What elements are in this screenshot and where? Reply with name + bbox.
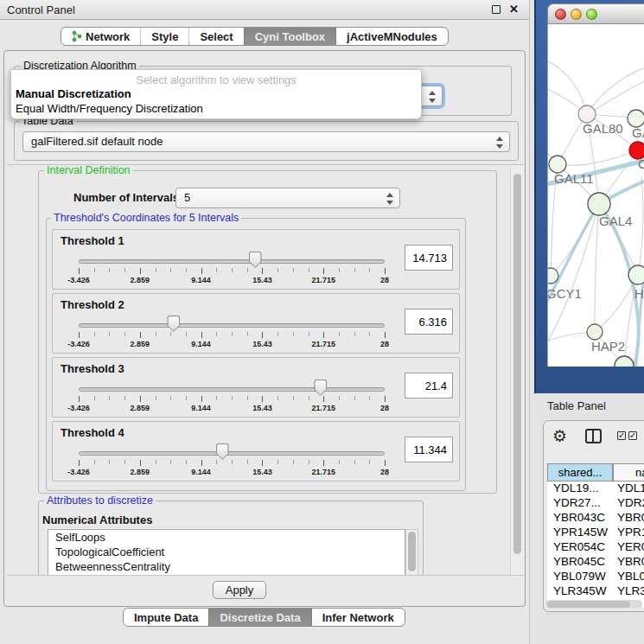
tab-label: Discretize Data	[220, 611, 300, 624]
tab-jactivemnodules[interactable]: jActiveMNodules	[335, 28, 448, 45]
column-header-shared[interactable]: shared...	[547, 463, 613, 481]
table-cell[interactable]: YBL079W	[547, 570, 613, 583]
tick-label: 28	[380, 468, 389, 476]
popup-item-equal-width-frequency-discretization[interactable]: Equal Width/Frequency Discretization	[16, 102, 203, 115]
float-window-icon[interactable]	[492, 5, 501, 14]
tab-select[interactable]: Select	[188, 28, 243, 45]
table-cell[interactable]: YBR043C	[547, 511, 613, 524]
attribute-item-selfloops[interactable]: SelfLoops	[48, 530, 405, 545]
threshold-slider-track[interactable]	[79, 451, 385, 456]
table-row[interactable]: YER054CYER0	[547, 540, 644, 555]
network-icon	[72, 30, 82, 42]
minimize-traffic-light[interactable]	[571, 9, 582, 20]
attribute-item-betweennesscentrality[interactable]: BetweennessCentrality	[48, 559, 405, 574]
threshold-value-field[interactable]: 14.713	[405, 245, 453, 271]
tab-cyni-toolbox[interactable]: Cyni Toolbox	[244, 28, 335, 45]
slider-ticks	[79, 332, 385, 339]
close-traffic-light[interactable]	[555, 9, 566, 20]
table-row[interactable]: YBR045CYBR0	[547, 555, 644, 570]
tab-infer-network[interactable]: Infer Network	[311, 609, 405, 626]
table-cell[interactable]: YPR1	[613, 526, 644, 539]
table-cell[interactable]: YBR0	[613, 511, 644, 524]
tick-label: -3.426	[67, 468, 90, 476]
threshold-slider-thumb[interactable]	[249, 252, 262, 268]
popup-item-manual-discretization[interactable]: Manual Discretization	[16, 87, 131, 100]
table-cell[interactable]: YER0	[613, 540, 644, 553]
threshold-slider-thumb[interactable]	[167, 316, 180, 332]
network-node-h[interactable]	[628, 265, 644, 284]
checkbox-icon[interactable]: ✓	[628, 431, 637, 440]
table-row[interactable]: YLR345WYLR3	[547, 584, 644, 599]
slider-tick-labels: -3.4262.8599.14415.4321.71528	[79, 404, 385, 414]
table-horizontal-scrollbar[interactable]	[545, 600, 642, 609]
network-node-gal11[interactable]	[549, 156, 566, 173]
table-cell[interactable]: YPR145W	[547, 526, 613, 539]
attribute-item-topologicalcoefficient[interactable]: TopologicalCoefficient	[48, 545, 405, 559]
attributes-list-scrollbar[interactable]	[405, 529, 418, 576]
gear-icon[interactable]: ⚙	[552, 426, 567, 446]
threshold-value-field[interactable]: 11.344	[405, 437, 453, 462]
tab-style[interactable]: Style	[140, 28, 188, 45]
network-node-hap2[interactable]	[587, 324, 603, 340]
thresholds-group-label: Threshold's Coordinates for 5 Intervals	[51, 212, 241, 224]
network-nodes[interactable]	[548, 105, 644, 367]
table-cell[interactable]: YDR2	[613, 496, 644, 509]
threshold-slider-thumb[interactable]	[314, 379, 327, 396]
table-data-combo[interactable]: galFiltered.sif default node	[22, 131, 510, 152]
network-window-titlebar	[547, 3, 644, 24]
node-label-gal11: GAL11	[554, 171, 594, 186]
table-cell[interactable]: YDL1	[613, 481, 644, 494]
table-row[interactable]: YBL079WYBL0	[547, 570, 644, 584]
threshold-slider-track[interactable]	[79, 323, 385, 328]
table-cell[interactable]: YER054C	[547, 540, 613, 553]
number-of-intervals-label: Number of Intervals	[73, 191, 179, 204]
table-row[interactable]: YDL19...YDL1	[547, 481, 644, 496]
node-label-gcy1: GCY1	[548, 286, 582, 301]
table-row[interactable]: YDR27...YDR2	[547, 496, 644, 511]
node-label-hap2: HAP2	[591, 339, 625, 354]
number-of-intervals-combo[interactable]: 5	[175, 188, 400, 208]
table-rows: YDL19...YDL1YDR27...YDR2YBR043CYBR0YPR14…	[547, 481, 644, 608]
table-cell[interactable]: YBL0	[613, 570, 644, 583]
combo-arrows-icon	[429, 90, 436, 104]
columns-icon[interactable]	[585, 429, 602, 443]
table-cell[interactable]: YLR3	[613, 584, 644, 597]
tab-network[interactable]: Network	[61, 28, 140, 45]
threshold-label: Threshold 2	[61, 298, 124, 311]
table-cell[interactable]: YBR0	[613, 555, 644, 568]
network-node-ga[interactable]	[628, 110, 644, 127]
table-cell[interactable]: YDR27...	[547, 496, 613, 509]
tab-impute-data[interactable]: Impute Data	[124, 609, 208, 626]
threshold-value-field[interactable]: 6.316	[405, 309, 453, 335]
table-row[interactable]: YBR043CYBR0	[547, 511, 644, 526]
slider-ticks	[79, 460, 385, 467]
tab-label: Style	[151, 30, 178, 43]
network-node-gal4[interactable]	[588, 193, 610, 215]
threshold-slider-track[interactable]	[79, 259, 385, 264]
network-node-gal80[interactable]	[578, 105, 596, 123]
table-cell[interactable]: YBR045C	[547, 555, 613, 568]
attributes-group-label: Attributes to discretize	[44, 494, 156, 507]
threshold-slider-track[interactable]	[79, 387, 385, 392]
tick-label: 15.43	[252, 340, 272, 348]
threshold-slider-thumb[interactable]	[216, 443, 229, 460]
node-table: shared... na YDL19...YDL1YDR27...YDR2YBR…	[547, 463, 644, 608]
settings-vertical-scrollbar[interactable]	[510, 165, 524, 576]
checkbox-icon[interactable]: ✓	[617, 431, 626, 440]
table-row[interactable]: YPR145WYPR1	[547, 526, 644, 540]
numerical-attributes-label: Numerical Attributes	[42, 513, 152, 526]
interval-definition-group: Interval Definition Number of Intervals …	[38, 170, 497, 494]
network-node-gcy1[interactable]	[548, 268, 558, 284]
zoom-traffic-light[interactable]	[586, 9, 597, 20]
threshold-value-field[interactable]: 21.4	[405, 373, 453, 399]
network-canvas[interactable]: GAL80GACGAL11GAL4GCY1HHAP2	[547, 24, 644, 367]
numerical-attributes-list[interactable]: SelfLoopsTopologicalCoefficientBetweenne…	[48, 529, 405, 576]
apply-button[interactable]: Apply	[213, 581, 266, 599]
column-header-name[interactable]: na	[613, 463, 644, 481]
node-label-gal80: GAL80	[583, 121, 623, 136]
tick-label: 15.43	[252, 276, 272, 284]
table-cell[interactable]: YDL19...	[547, 481, 613, 494]
tab-discretize-data[interactable]: Discretize Data	[208, 609, 310, 626]
table-cell[interactable]: YLR345W	[547, 584, 613, 597]
close-icon[interactable]: ✕	[509, 3, 519, 16]
